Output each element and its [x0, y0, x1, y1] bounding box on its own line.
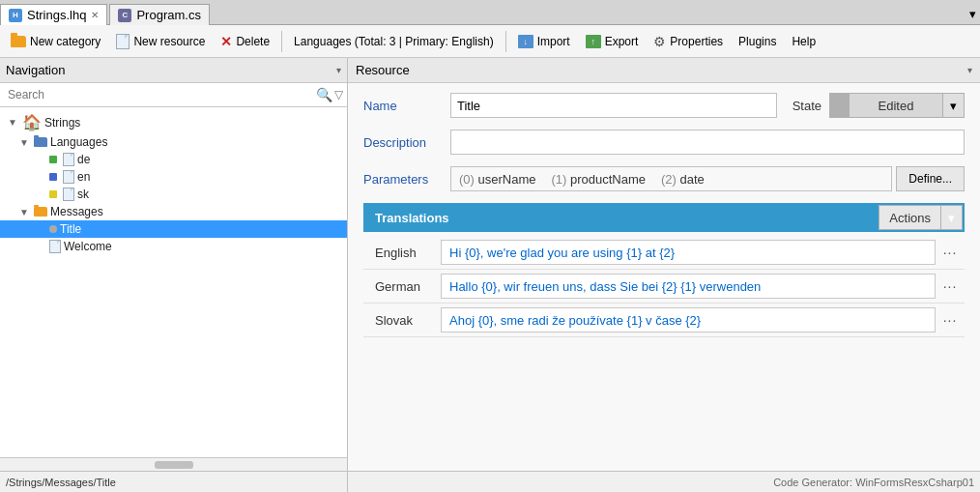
doc-icon [116, 34, 130, 49]
tree-item-de[interactable]: de [0, 151, 347, 168]
filter-icon[interactable]: ▽ [334, 88, 343, 101]
trans-menu-english[interactable]: ··· [936, 245, 965, 260]
import-button[interactable]: ↓ Import [511, 31, 577, 52]
three-dots-icon: ··· [943, 245, 958, 260]
tree-toggle-messages[interactable]: ▼ [19, 207, 31, 217]
state-dropdown-button[interactable]: ▾ [942, 94, 964, 117]
folder-icon [11, 36, 26, 47]
tree-item-title[interactable]: Title [0, 220, 347, 238]
properties-label: Properties [670, 35, 723, 48]
search-bar: 🔍 ▽ [0, 83, 347, 107]
plugins-button[interactable]: Plugins [732, 31, 783, 52]
description-row: Description [363, 130, 965, 155]
tree-label-languages: Languages [50, 135, 107, 149]
horizontal-scrollbar[interactable] [0, 457, 347, 471]
tree-label-messages: Messages [50, 205, 103, 218]
tab-dropdown[interactable]: ▾ [966, 4, 980, 24]
new-resource-button[interactable]: New resource [109, 30, 212, 53]
tab-bar: H Strings.lhq ✕ C Program.cs ▾ [0, 0, 980, 25]
param-1: (1) productName [551, 172, 646, 187]
tree-toggle-languages[interactable]: ▼ [19, 137, 31, 148]
new-resource-label: New resource [133, 35, 205, 48]
tab-strings-hq[interactable]: H Strings.lhq ✕ [0, 4, 107, 25]
lang-dot-sk [49, 190, 57, 198]
name-label: Name [363, 99, 450, 113]
parameters-label: Parameters [363, 172, 450, 187]
actions-button[interactable]: Actions ▾ [879, 205, 963, 230]
delete-icon: ✕ [220, 34, 232, 49]
resource-dropdown-icon[interactable]: ▾ [967, 65, 972, 75]
navigation-header: Navigation ▾ [0, 58, 347, 83]
param-0: (0) userName [459, 172, 535, 187]
search-input[interactable] [4, 86, 314, 103]
export-button[interactable]: ↑ Export [579, 31, 646, 52]
folder-languages-icon [34, 137, 47, 147]
translations-header: Translations Actions ▾ [363, 203, 965, 232]
languages-button[interactable]: Languages (Total: 3 | Primary: English) [287, 31, 501, 52]
search-icon[interactable]: 🔍 [316, 87, 332, 102]
tree-item-sk[interactable]: sk [0, 186, 347, 203]
help-button[interactable]: Help [785, 31, 822, 52]
lang-dot-en [49, 173, 57, 181]
translations-title: Translations [363, 211, 877, 225]
tab-program-cs[interactable]: C Program.cs [109, 4, 209, 25]
trans-menu-slovak[interactable]: ··· [936, 312, 965, 328]
main-area: Navigation ▾ 🔍 ▽ ▼ 🏠 Strings ▼ Languages [0, 58, 980, 492]
separator-1 [281, 31, 282, 52]
tree-label-strings: Strings [44, 116, 80, 130]
folder-messages-icon [34, 207, 47, 217]
export-label: Export [605, 35, 639, 48]
name-input[interactable] [450, 93, 777, 118]
translation-row-german: German ··· [363, 270, 965, 304]
tab-strings-hq-close[interactable]: ✕ [91, 10, 99, 20]
actions-dropdown-icon[interactable]: ▾ [940, 206, 962, 229]
plugins-label: Plugins [738, 35, 776, 48]
resource-header-title: Resource [356, 63, 410, 77]
state-label: State [793, 99, 821, 113]
scroll-thumb [155, 461, 193, 469]
trans-input-english[interactable] [441, 240, 936, 265]
doc-sk-icon [63, 188, 74, 201]
define-button[interactable]: Define... [896, 166, 965, 191]
trans-lang-german: German [363, 279, 441, 294]
tree-item-languages[interactable]: ▼ Languages [0, 133, 347, 151]
doc-de-icon [63, 153, 74, 166]
resource-content: Name State Edited ▾ Description Par [348, 83, 980, 471]
delete-label: Delete [236, 35, 270, 48]
import-icon: ↓ [518, 35, 533, 48]
trans-menu-german[interactable]: ··· [936, 278, 965, 294]
tree-label-de: de [77, 153, 90, 166]
tab-program-cs-label: Program.cs [136, 8, 200, 22]
description-input[interactable] [450, 130, 965, 155]
left-panel: Navigation ▾ 🔍 ▽ ▼ 🏠 Strings ▼ Languages [0, 58, 348, 492]
tree-toggle-strings[interactable]: ▼ [8, 117, 19, 128]
state-area: State Edited ▾ [793, 93, 965, 118]
properties-button[interactable]: ⚙ Properties [647, 30, 730, 53]
new-category-button[interactable]: New category [4, 31, 107, 52]
trans-input-german[interactable] [441, 274, 936, 299]
trans-lang-slovak: Slovak [363, 313, 441, 328]
tree-item-en[interactable]: en [0, 168, 347, 186]
hq-icon: H [9, 9, 22, 22]
new-category-label: New category [30, 35, 101, 48]
tree-label-welcome: Welcome [64, 240, 112, 253]
tree-item-strings[interactable]: ▼ 🏠 Strings [0, 111, 347, 133]
separator-2 [505, 31, 506, 52]
translation-row-slovak: Slovak ··· [363, 304, 965, 337]
breadcrumb: /Strings/Messages/Title [6, 477, 116, 488]
breadcrumb-bar: /Strings/Messages/Title [0, 471, 347, 492]
delete-button[interactable]: ✕ Delete [214, 30, 276, 53]
tree-label-title: Title [60, 222, 81, 236]
trans-input-slovak[interactable] [441, 307, 936, 333]
three-dots-icon-german: ··· [943, 278, 958, 294]
actions-label: Actions [879, 211, 940, 225]
tree-item-welcome[interactable]: Welcome [0, 238, 347, 255]
tree-item-messages[interactable]: ▼ Messages [0, 203, 347, 220]
resource-welcome-icon [49, 240, 61, 253]
state-badge: Edited ▾ [829, 93, 965, 118]
cs-icon: C [118, 9, 131, 22]
doc-en-icon [63, 170, 74, 184]
navigation-dropdown-icon[interactable]: ▾ [336, 65, 341, 75]
resource-header: Resource ▾ [348, 58, 980, 83]
tree-label-sk: sk [77, 188, 89, 201]
